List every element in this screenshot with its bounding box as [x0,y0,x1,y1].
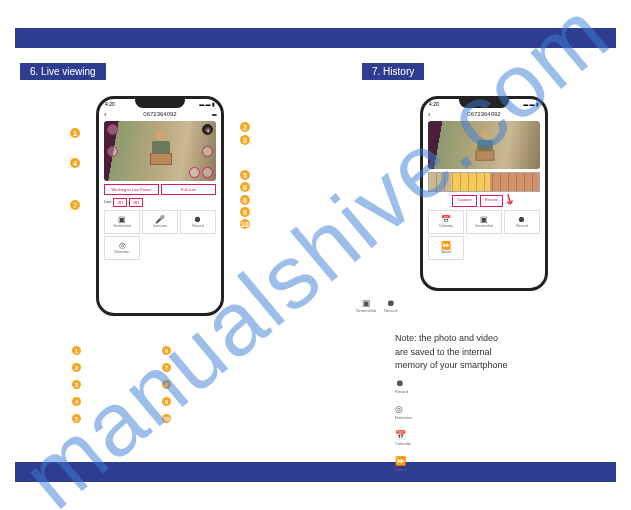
legend-num: 10 [162,414,171,423]
history-video [428,121,540,169]
bottom-bar [15,462,616,482]
quality-row: Live SD HD [104,198,216,207]
back-icon[interactable]: ‹ [428,110,431,119]
screenshot-icon: ▣Screenshot [356,298,376,313]
legend-num: 4 [72,397,81,406]
hd-button[interactable]: HD [129,198,143,207]
mute-icon[interactable]: 🔇 [202,124,213,135]
phone-history: 4:20 ▬ ▬ ▮ ‹ 0672364092 Capture Record ↘… [420,96,548,291]
history-action-row: Capture Record ↘ [428,195,540,207]
titlebar-history: ‹ 0672364092 [423,109,545,119]
phone-live: 4:20 ▬ ▬ ▮ ‹ 0672364092 ••• 🔇 Working at… [96,96,224,316]
record-button[interactable]: ⏺Record [180,210,216,234]
record-legend: ⏺Record [395,378,412,394]
record-button[interactable]: Record [480,195,503,207]
notch [459,99,509,108]
top-bar [15,28,616,48]
titlebar-live: ‹ 0672364092 ••• [99,109,221,119]
callout-2: 2 [240,122,250,132]
callout-1: 1 [70,128,80,138]
screenshot-button[interactable]: ▣Screenshot [104,210,140,234]
legend-row-3: 3 [72,376,162,393]
note-text: Note: the photo and video are saved to t… [395,332,508,373]
delivery-person [149,130,173,168]
record-button[interactable]: ⏺Record [504,210,540,234]
legend-num: 6 [162,346,171,355]
legend-row-6: 6 [162,342,252,359]
time-label: 4:20 [105,101,115,109]
callout-3: 3 [240,135,250,145]
callout-9: 9 [240,207,250,217]
callout-7: 7 [70,200,80,210]
status-icons: ▬ ▬ ▮ [523,101,539,109]
detection-button[interactable]: ◎Detection [104,236,140,260]
arrow-annotation-icon: ↘ [500,189,518,209]
fullscreen-icon[interactable] [202,167,213,178]
section-live-header: 6. Live viewing [20,63,106,80]
calendar-legend: 📅Calendar [395,430,412,446]
status-icons: ▬ ▬ ▮ [199,101,215,109]
detection-legend: ◎Detection [395,404,412,420]
note-line3: memory of your smartphone [395,359,508,373]
capture-button[interactable]: Capture [452,195,476,207]
multiview-icon[interactable] [189,167,200,178]
legend-row-8: 8 [162,376,252,393]
legend-row-4: 4 [72,393,162,410]
speed-legend: ⏩Speed [395,456,412,472]
intercom-button[interactable]: 🎤Intercom [142,210,178,234]
back-icon[interactable]: ‹ [104,110,107,119]
history-function-grid: 📅Calendar ▣Screenshot ⏺Record ⏩Speed [428,210,540,260]
calendar-button[interactable]: 📅Calendar [428,210,464,234]
delivery-person [475,131,495,163]
video-feed: 🔇 [104,121,216,181]
legend-num: 3 [72,380,81,389]
quality-label: Live [104,198,111,207]
note-line1: Note: the photo and video [395,332,508,346]
sd-button[interactable]: SD [113,198,127,207]
legend-num: 1 [72,346,81,355]
legend-row-10: 10 [162,410,252,427]
timeline[interactable] [428,172,540,192]
device-id: 0672364092 [467,111,500,117]
callout-4: 4 [70,158,80,168]
callout-8: 8 [240,195,250,205]
notch [135,99,185,108]
legend-num: 5 [72,414,81,423]
legend-row-1: 1 [72,342,162,359]
record-icon: ⏺Record [384,298,397,313]
legend-num: 7 [162,363,171,372]
legend-num: 2 [72,363,81,372]
legend-row-9: 9 [162,393,252,410]
more-icon[interactable]: ••• [212,111,216,118]
function-grid: ▣Screenshot 🎤Intercom ⏺Record ◎Detection [104,210,216,260]
callout-legend: 1 6 2 7 3 8 4 9 5 10 [72,342,252,427]
mode-row: Working at Low Power Full time [104,184,216,195]
legend-row-7: 7 [162,359,252,376]
note-line2: are saved to the internal [395,346,508,360]
legend-row-5: 5 [72,410,162,427]
legend-num: 9 [162,397,171,406]
device-id: 0672364092 [143,111,176,117]
icon-legend-column: ⏺Record ◎Detection 📅Calendar ⏩Speed [395,378,412,472]
next-icon[interactable] [202,146,213,157]
full-time-button[interactable]: Full time [161,184,216,195]
callout-5: 5 [240,170,250,180]
section-history-header: 7. History [362,63,424,80]
legend-row-2: 2 [72,359,162,376]
callout-10: 10 [240,219,250,229]
small-icon-row: ▣Screenshot ⏺Record [356,298,397,313]
screenshot-button[interactable]: ▣Screenshot [466,210,502,234]
legend-num: 8 [162,380,171,389]
speed-button[interactable]: ⏩Speed [428,236,464,260]
prev-icon[interactable] [107,146,118,157]
low-power-button[interactable]: Working at Low Power [104,184,159,195]
callout-6: 6 [240,182,250,192]
time-label: 4:20 [429,101,439,109]
lock-icon[interactable] [107,124,118,135]
